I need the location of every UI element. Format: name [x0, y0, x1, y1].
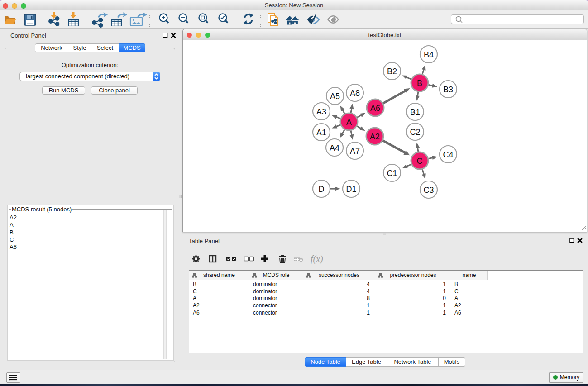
svg-text:A4: A4: [330, 143, 339, 152]
svg-text:B3: B3: [443, 85, 453, 94]
svg-text:C2: C2: [410, 128, 420, 137]
svg-text:C1: C1: [387, 169, 397, 178]
svg-text:D1: D1: [346, 185, 356, 194]
svg-text:A2: A2: [370, 132, 380, 141]
svg-text:B4: B4: [424, 50, 434, 59]
svg-text:A1: A1: [316, 128, 326, 137]
svg-text:A7: A7: [350, 147, 360, 156]
svg-text:A6: A6: [370, 104, 380, 113]
svg-text:A: A: [346, 118, 352, 127]
svg-text:f(x): f(x): [311, 254, 323, 264]
svg-text:B2: B2: [387, 67, 397, 76]
svg-text:C3: C3: [423, 186, 434, 195]
svg-text:B1: B1: [410, 108, 420, 117]
svg-text:A5: A5: [330, 92, 340, 101]
svg-text:A8: A8: [350, 89, 360, 98]
svg-text:C4: C4: [443, 150, 453, 159]
svg-text:D: D: [319, 185, 325, 194]
svg-text:B: B: [417, 79, 422, 88]
svg-text:C: C: [417, 157, 423, 166]
svg-text:A3: A3: [316, 107, 326, 116]
